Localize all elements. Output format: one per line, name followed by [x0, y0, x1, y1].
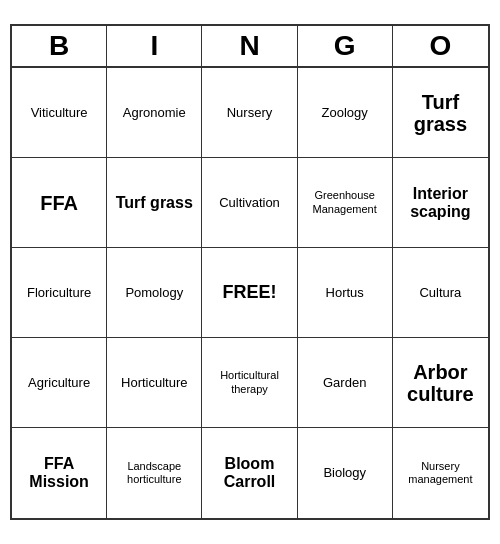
bingo-cell[interactable]: Nursery	[202, 68, 297, 158]
bingo-cell[interactable]: Cultivation	[202, 158, 297, 248]
header-letter: O	[393, 26, 488, 66]
bingo-cell[interactable]: Landscape horticulture	[107, 428, 202, 518]
header-letter: N	[202, 26, 297, 66]
bingo-cell[interactable]: Garden	[298, 338, 393, 428]
bingo-cell[interactable]: Cultura	[393, 248, 488, 338]
bingo-cell[interactable]: Horticulture	[107, 338, 202, 428]
header-letter: B	[12, 26, 107, 66]
bingo-cell[interactable]: Turf grass	[393, 68, 488, 158]
bingo-cell[interactable]: Interior scaping	[393, 158, 488, 248]
bingo-cell[interactable]: Greenhouse Management	[298, 158, 393, 248]
bingo-cell[interactable]: Agronomie	[107, 68, 202, 158]
header-letter: G	[298, 26, 393, 66]
bingo-cell[interactable]: FFA Mission	[12, 428, 107, 518]
bingo-cell[interactable]: Biology	[298, 428, 393, 518]
bingo-cell[interactable]: FFA	[12, 158, 107, 248]
bingo-cell[interactable]: FREE!	[202, 248, 297, 338]
bingo-cell[interactable]: Floriculture	[12, 248, 107, 338]
bingo-cell[interactable]: Hortus	[298, 248, 393, 338]
bingo-cell[interactable]: Turf grass	[107, 158, 202, 248]
bingo-header: BINGO	[12, 26, 488, 68]
header-letter: I	[107, 26, 202, 66]
bingo-cell[interactable]: Zoology	[298, 68, 393, 158]
bingo-cell[interactable]: Viticulture	[12, 68, 107, 158]
bingo-cell[interactable]: Nursery management	[393, 428, 488, 518]
bingo-cell[interactable]: Agriculture	[12, 338, 107, 428]
bingo-grid: ViticultureAgronomieNurseryZoologyTurf g…	[12, 68, 488, 518]
bingo-cell[interactable]: Horticultural therapy	[202, 338, 297, 428]
bingo-cell[interactable]: Pomology	[107, 248, 202, 338]
bingo-cell[interactable]: Arbor culture	[393, 338, 488, 428]
bingo-card: BINGO ViticultureAgronomieNurseryZoology…	[10, 24, 490, 520]
bingo-cell[interactable]: Bloom Carroll	[202, 428, 297, 518]
